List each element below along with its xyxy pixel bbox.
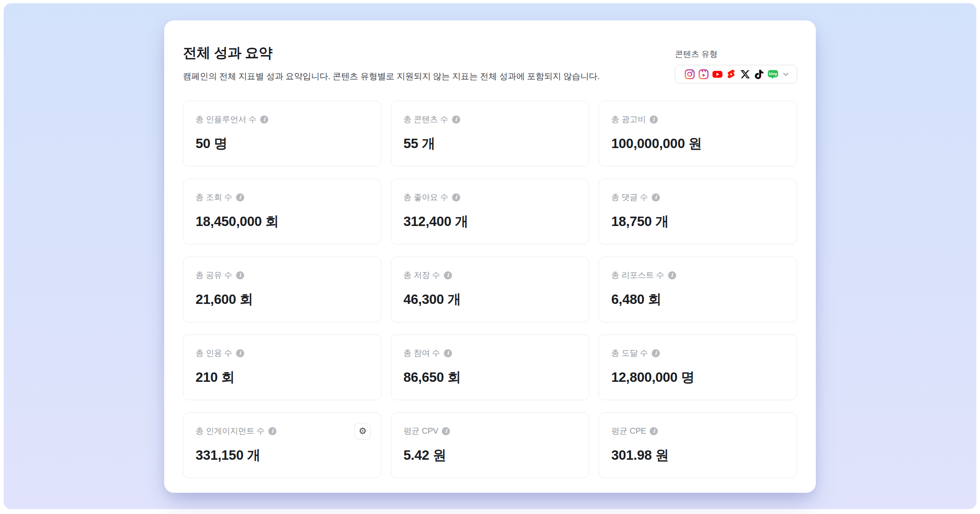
metric-card-total-reposts: 총 리포스트 수 i 6,480 회 — [599, 257, 797, 322]
metric-label: 총 콘텐츠 수 — [403, 114, 448, 125]
chevron-down-icon — [782, 70, 790, 79]
metric-card-total-views: 총 조회 수 i 18,450,000 회 — [183, 179, 381, 244]
metric-card-total-quotes: 총 인용 수 i 210 회 — [183, 335, 381, 400]
metric-label: 총 인플루언서 수 — [196, 114, 256, 125]
info-icon[interactable]: i — [236, 271, 244, 279]
header-text-block: 전체 성과 요약 캠페인의 전체 지표별 성과 요약입니다. 콘텐츠 유형별로 … — [183, 44, 600, 82]
info-icon[interactable]: i — [452, 115, 460, 124]
info-icon[interactable]: i — [650, 115, 658, 124]
svg-text:blog: blog — [769, 72, 777, 76]
x-icon — [740, 69, 751, 80]
instagram-icon — [684, 69, 695, 80]
metric-value: 18,450,000 회 — [196, 213, 369, 231]
metric-card-total-comments: 총 댓글 수 i 18,750 개 — [599, 179, 797, 244]
metric-value: 210 회 — [196, 368, 369, 387]
metric-value: 312,400 개 — [403, 213, 577, 231]
metric-value: 21,600 회 — [196, 290, 369, 309]
metric-value: 5.42 원 — [403, 446, 577, 465]
metric-card-total-ad-cost: 총 광고비 i 100,000,000 원 — [599, 101, 797, 166]
info-icon[interactable]: i — [236, 193, 244, 202]
metric-label: 총 좋아요 수 — [403, 192, 448, 203]
info-icon[interactable]: i — [650, 427, 658, 435]
metric-value: 18,750 개 — [611, 213, 784, 231]
content-type-selector[interactable]: blog — [675, 65, 797, 84]
metric-label: 총 댓글 수 — [611, 192, 648, 203]
info-icon[interactable]: i — [668, 271, 676, 279]
content-type-label: 콘텐츠 유형 — [675, 49, 797, 60]
metric-card-average-cpv: 평균 CPV i 5.42 원 — [391, 412, 589, 478]
info-icon[interactable]: i — [652, 349, 660, 357]
info-icon[interactable]: i — [444, 271, 452, 279]
metric-card-total-engagements: 총 인게이지먼트 수 i 331,150 개 ⚙ — [183, 412, 381, 478]
metric-label: 평균 CPV — [403, 425, 438, 436]
metric-value: 12,800,000 명 — [611, 368, 784, 387]
metric-label: 총 공유 수 — [196, 270, 232, 281]
instagram-reels-icon — [698, 69, 709, 80]
info-icon[interactable]: i — [260, 115, 268, 124]
metric-value: 100,000,000 원 — [611, 135, 784, 153]
metric-value: 86,650 회 — [403, 368, 577, 387]
tiktok-icon — [754, 69, 764, 80]
metric-label: 총 도달 수 — [611, 348, 648, 359]
metric-value: 301.98 원 — [611, 446, 784, 465]
performance-summary-panel: 전체 성과 요약 캠페인의 전체 지표별 성과 요약입니다. 콘텐츠 유형별로 … — [164, 20, 816, 493]
youtube-shorts-icon — [726, 69, 737, 80]
page-description: 캠페인의 전체 지표별 성과 요약입니다. 콘텐츠 유형별로 지원되지 않는 지… — [183, 70, 600, 82]
metric-label: 총 참여 수 — [403, 348, 440, 359]
metric-card-total-likes: 총 좋아요 수 i 312,400 개 — [391, 179, 589, 244]
metric-card-total-participation: 총 참여 수 i 86,650 회 — [391, 335, 589, 400]
info-icon[interactable]: i — [652, 193, 660, 202]
info-icon[interactable]: i — [236, 349, 244, 357]
metric-value: 331,150 개 — [196, 446, 369, 465]
info-icon[interactable]: i — [442, 427, 450, 435]
metric-label: 총 인게이지먼트 수 — [196, 425, 265, 436]
info-icon[interactable]: i — [268, 427, 276, 435]
metric-label: 총 광고비 — [611, 114, 646, 125]
youtube-icon — [712, 69, 723, 80]
metric-card-total-reach: 총 도달 수 i 12,800,000 명 — [599, 335, 797, 400]
metrics-grid: 총 인플루언서 수 i 50 명 총 콘텐츠 수 i 55 개 총 광고비 i … — [183, 101, 797, 478]
gear-icon: ⚙ — [359, 426, 367, 436]
metric-label: 평균 CPE — [611, 425, 646, 436]
page-title: 전체 성과 요약 — [183, 44, 600, 62]
metric-value: 55 개 — [403, 135, 577, 153]
metric-label: 총 저장 수 — [403, 270, 440, 281]
metric-label: 총 인용 수 — [196, 348, 232, 359]
engagement-settings-button[interactable]: ⚙ — [354, 423, 371, 439]
metric-card-total-influencers: 총 인플루언서 수 i 50 명 — [183, 101, 381, 166]
content-type-selector-block: 콘텐츠 유형 — [675, 49, 797, 84]
metric-value: 46,300 개 — [403, 290, 577, 309]
info-icon[interactable]: i — [452, 193, 460, 202]
metric-value: 50 명 — [196, 135, 369, 153]
metric-card-total-saves: 총 저장 수 i 46,300 개 — [391, 257, 589, 322]
metric-card-average-cpe: 평균 CPE i 301.98 원 — [599, 412, 797, 478]
metric-card-total-shares: 총 공유 수 i 21,600 회 — [183, 257, 381, 322]
info-icon[interactable]: i — [444, 349, 452, 357]
naver-blog-icon: blog — [768, 69, 778, 80]
metric-card-total-contents: 총 콘텐츠 수 i 55 개 — [391, 101, 589, 166]
panel-header: 전체 성과 요약 캠페인의 전체 지표별 성과 요약입니다. 콘텐츠 유형별로 … — [183, 44, 797, 84]
metric-label: 총 조회 수 — [196, 192, 232, 203]
metric-value: 6,480 회 — [611, 290, 784, 309]
metric-label: 총 리포스트 수 — [611, 270, 664, 281]
